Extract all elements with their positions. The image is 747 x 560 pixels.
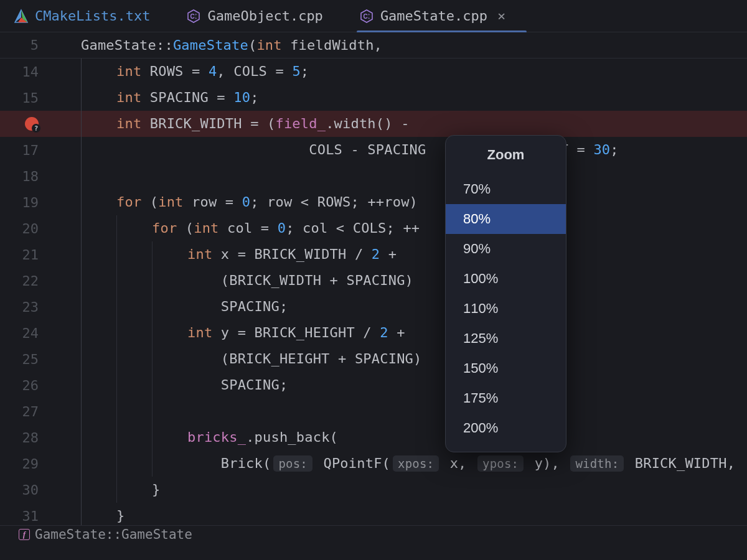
code-area[interactable]: COLS - SPACING T = 30; — [56, 137, 747, 163]
breakpoint-icon[interactable] — [25, 117, 39, 131]
code-line[interactable]: 15int SPACING = 10; — [0, 85, 747, 111]
gutter-line-number[interactable]: 30 — [0, 482, 56, 498]
code-area[interactable] — [56, 163, 747, 189]
cmake-icon — [14, 9, 29, 24]
zoom-option[interactable]: 110% — [446, 294, 566, 324]
code-line[interactable]: 29 Brick(pos: QPointF(xpos: x, ypos: y),… — [0, 450, 747, 477]
code-line[interactable]: int BRICK_WIDTH = (field_.width() - — [0, 111, 747, 137]
breadcrumb-text: GameState::GameState — [35, 527, 192, 542]
gutter-line-number[interactable]: 21 — [0, 247, 56, 263]
code-area[interactable]: int SPACING = 10; — [56, 85, 747, 111]
code-area[interactable]: for (int row = 0; row < ROWS; ++row) — [56, 189, 747, 215]
code-line[interactable]: 28bricks_.push_back( — [0, 424, 747, 450]
zoom-option[interactable]: 80% — [446, 204, 566, 234]
gutter-line-number[interactable]: 5 — [0, 37, 56, 53]
code-line[interactable]: 22 (BRICK_WIDTH + SPACING) — [0, 268, 747, 294]
gutter-line-number[interactable]: 24 — [0, 325, 56, 341]
gutter-line-number[interactable]: 31 — [0, 508, 56, 524]
code-area[interactable]: bricks_.push_back( — [56, 424, 747, 450]
breadcrumb[interactable]: f GameState::GameState — [0, 525, 747, 543]
cpp-icon: C++ — [359, 9, 374, 24]
tab-label: CMakeLists.txt — [35, 8, 150, 24]
svg-text:+: + — [195, 16, 197, 20]
zoom-option[interactable]: 90% — [446, 234, 566, 264]
close-icon[interactable]: × — [497, 8, 505, 24]
code-area[interactable]: int ROWS = 4, COLS = 5; — [56, 58, 747, 85]
svg-text:+: + — [368, 16, 370, 20]
code-area[interactable]: GameState::GameState(int fieldWidth, — [56, 37, 747, 53]
code-line[interactable]: 24int y = BRICK_HEIGHT / 2 + — [0, 320, 747, 346]
sticky-header-line[interactable]: 5GameState::GameState(int fieldWidth, — [0, 32, 747, 58]
code-line[interactable]: 17 COLS - SPACING T = 30; — [0, 137, 747, 163]
code-area[interactable]: (BRICK_HEIGHT + SPACING) — [56, 346, 747, 372]
zoom-option[interactable]: 70% — [446, 174, 566, 204]
code-line[interactable]: 26 SPACING; — [0, 372, 747, 398]
gutter-line-number[interactable]: 29 — [0, 456, 56, 472]
code-line[interactable]: 20for (int col = 0; col < COLS; ++ — [0, 215, 747, 241]
code-area[interactable]: } — [56, 477, 747, 503]
gutter-line-number[interactable]: 18 — [0, 169, 56, 184]
code-line[interactable]: 23 SPACING; — [0, 294, 747, 320]
zoom-option[interactable]: 175% — [446, 383, 566, 413]
code-area[interactable]: int y = BRICK_HEIGHT / 2 + — [56, 320, 747, 346]
code-line[interactable]: 21int x = BRICK_WIDTH / 2 + — [0, 241, 747, 268]
gutter-line-number[interactable]: 28 — [0, 430, 56, 446]
gutter-line-number[interactable]: 14 — [0, 64, 56, 80]
code-line[interactable]: 27 — [0, 398, 747, 424]
gutter-line-number[interactable]: 17 — [0, 142, 56, 158]
code-line[interactable]: 19for (int row = 0; row < ROWS; ++row) — [0, 189, 747, 215]
svg-text:C: C — [363, 13, 367, 20]
zoom-popup-title: Zoom — [446, 147, 566, 163]
gutter-line-number[interactable]: 23 — [0, 299, 56, 315]
gutter-line-number[interactable]: 26 — [0, 378, 56, 393]
tab-label: GameObject.cpp — [207, 8, 322, 24]
code-area[interactable]: SPACING; — [56, 294, 747, 320]
zoom-option[interactable]: 125% — [446, 324, 566, 353]
code-line[interactable]: 30} — [0, 477, 747, 503]
svg-text:C: C — [190, 13, 195, 20]
gutter-line-number[interactable]: 22 — [0, 273, 56, 289]
code-area[interactable]: for (int col = 0; col < COLS; ++ — [56, 215, 747, 241]
code-area[interactable] — [56, 398, 747, 424]
cpp-icon: C++ — [186, 9, 201, 24]
code-line[interactable]: 14int ROWS = 4, COLS = 5; — [0, 58, 747, 85]
zoom-popup: Zoom 70%80%90%100%110%125%150%175%200% — [445, 135, 566, 452]
code-area[interactable]: Brick(pos: QPointF(xpos: x, ypos: y), wi… — [56, 450, 747, 477]
gutter-line-number[interactable]: 15 — [0, 90, 56, 106]
gutter-line-number[interactable]: 27 — [0, 404, 56, 419]
gutter-line-number[interactable]: 19 — [0, 195, 56, 210]
gutter-line-number[interactable]: 25 — [0, 352, 56, 367]
code-area[interactable]: (BRICK_WIDTH + SPACING) — [56, 268, 747, 294]
function-icon: f — [19, 529, 30, 540]
code-area[interactable]: int x = BRICK_WIDTH / 2 + — [56, 241, 747, 268]
tab-bar: CMakeLists.txt C++ GameObject.cpp C++ Ga… — [0, 0, 747, 32]
code-line[interactable]: 25 (BRICK_HEIGHT + SPACING) — [0, 346, 747, 372]
editor[interactable]: 5GameState::GameState(int fieldWidth,14i… — [0, 32, 747, 543]
zoom-option[interactable]: 200% — [446, 413, 566, 443]
code-line[interactable]: 18 — [0, 163, 747, 189]
tab-gameobject[interactable]: C++ GameObject.cpp — [184, 0, 325, 32]
zoom-option[interactable]: 150% — [446, 353, 566, 383]
tab-cmakelists[interactable]: CMakeLists.txt — [11, 0, 153, 32]
code-area[interactable]: int BRICK_WIDTH = (field_.width() - — [56, 111, 747, 137]
tab-label: GameState.cpp — [380, 8, 487, 24]
tab-gamestate[interactable]: C++ GameState.cpp × — [357, 0, 508, 32]
code-area[interactable]: SPACING; — [56, 372, 747, 398]
zoom-option[interactable]: 100% — [446, 264, 566, 294]
gutter-line-number[interactable]: 20 — [0, 221, 56, 236]
